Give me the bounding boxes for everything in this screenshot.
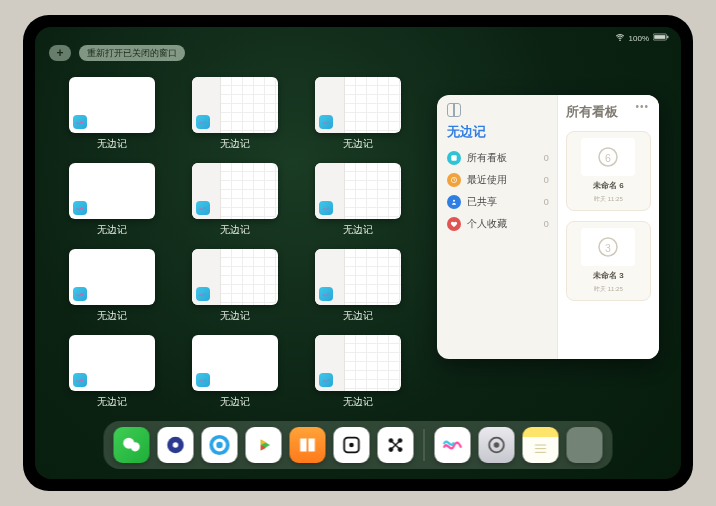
window-tile-label: 无边记 bbox=[97, 309, 127, 323]
window-tile[interactable]: 无边记 bbox=[65, 249, 158, 323]
window-tile-label: 无边记 bbox=[343, 137, 373, 151]
board-card[interactable]: 6未命名 6昨天 11:25 bbox=[566, 131, 651, 211]
window-tile[interactable]: 无边记 bbox=[188, 249, 281, 323]
dock-wechat-icon[interactable] bbox=[114, 427, 150, 463]
svg-rect-1 bbox=[654, 35, 665, 39]
dock-browser2-icon[interactable] bbox=[202, 427, 238, 463]
window-tile[interactable]: 无边记 bbox=[188, 335, 281, 409]
svg-point-15 bbox=[216, 442, 222, 448]
window-tile-label: 无边记 bbox=[97, 395, 127, 409]
freeform-app-icon bbox=[196, 287, 210, 301]
dock-graph-icon[interactable] bbox=[378, 427, 414, 463]
svg-point-20 bbox=[349, 443, 354, 448]
svg-rect-3 bbox=[451, 155, 456, 160]
dock-books-icon[interactable] bbox=[290, 427, 326, 463]
board-name: 未命名 6 bbox=[593, 180, 624, 191]
window-tile[interactable]: 无边记 bbox=[312, 77, 405, 151]
window-thumb bbox=[69, 77, 155, 133]
nav-item-icon bbox=[447, 195, 461, 209]
window-thumb bbox=[192, 163, 278, 219]
board-thumb: 6 bbox=[581, 138, 635, 176]
panel-sidebar: 无边记 所有看板0最近使用0已共享0个人收藏0 bbox=[437, 95, 557, 359]
nav-item-label: 已共享 bbox=[467, 195, 497, 209]
window-tile[interactable]: 无边记 bbox=[188, 77, 281, 151]
board-card[interactable]: 3未命名 3昨天 11:25 bbox=[566, 221, 651, 301]
panel-nav-item[interactable]: 已共享0 bbox=[447, 195, 549, 209]
svg-point-11 bbox=[131, 442, 140, 451]
nav-item-count: 0 bbox=[544, 175, 549, 185]
sidebar-toggle-icon[interactable] bbox=[447, 103, 461, 117]
window-tile[interactable]: 无边记 bbox=[188, 163, 281, 237]
window-tile-label: 无边记 bbox=[343, 223, 373, 237]
window-thumb bbox=[192, 249, 278, 305]
window-thumb bbox=[315, 77, 401, 133]
panel-menu-icon[interactable]: ••• bbox=[635, 101, 649, 112]
dock-dice-icon[interactable] bbox=[334, 427, 370, 463]
reopen-closed-window-button[interactable]: 重新打开已关闭的窗口 bbox=[79, 45, 185, 61]
panel-nav-item[interactable]: 最近使用0 bbox=[447, 173, 549, 187]
freeform-app-icon bbox=[73, 287, 87, 301]
board-subtitle: 昨天 11:25 bbox=[594, 195, 623, 204]
window-tile-label: 无边记 bbox=[343, 395, 373, 409]
svg-text:3: 3 bbox=[606, 242, 612, 254]
ipad-device-frame: 100% + 重新打开已关闭的窗口 无边记无边记无边记无边记无边记无边记无边记无… bbox=[23, 15, 693, 491]
window-tile[interactable]: 无边记 bbox=[65, 335, 158, 409]
freeform-app-icon bbox=[319, 201, 333, 215]
svg-text:6: 6 bbox=[606, 152, 612, 164]
window-tile-label: 无边记 bbox=[97, 137, 127, 151]
wifi-icon bbox=[615, 32, 625, 44]
window-tile-label: 无边记 bbox=[97, 223, 127, 237]
nav-item-icon bbox=[447, 151, 461, 165]
window-tile-label: 无边记 bbox=[343, 309, 373, 323]
ipad-screen: 100% + 重新打开已关闭的窗口 无边记无边记无边记无边记无边记无边记无边记无… bbox=[35, 27, 681, 479]
freeform-app-icon bbox=[319, 115, 333, 129]
window-thumb bbox=[315, 335, 401, 391]
svg-rect-2 bbox=[667, 36, 668, 38]
nav-item-count: 0 bbox=[544, 197, 549, 207]
freeform-app-icon bbox=[73, 373, 87, 387]
freeform-app-icon bbox=[73, 115, 87, 129]
dock-recent-group bbox=[435, 427, 603, 463]
nav-item-icon bbox=[447, 173, 461, 187]
dock-folder-icon[interactable] bbox=[567, 427, 603, 463]
freeform-app-icon bbox=[196, 201, 210, 215]
dock-settings-icon[interactable] bbox=[479, 427, 515, 463]
freeform-app-icon bbox=[319, 373, 333, 387]
window-tile-label: 无边记 bbox=[220, 137, 250, 151]
dock bbox=[104, 421, 613, 469]
window-tile[interactable]: 无边记 bbox=[312, 249, 405, 323]
status-bar: 100% bbox=[35, 31, 681, 45]
window-thumb bbox=[69, 163, 155, 219]
dock-freeform-icon[interactable] bbox=[435, 427, 471, 463]
dock-main-group bbox=[114, 427, 414, 463]
window-tile[interactable]: 无边记 bbox=[65, 163, 158, 237]
window-thumb bbox=[69, 249, 155, 305]
svg-point-26 bbox=[494, 442, 500, 448]
freeform-app-icon bbox=[73, 201, 87, 215]
freeform-app-icon bbox=[319, 287, 333, 301]
svg-point-13 bbox=[173, 442, 179, 448]
window-thumb bbox=[192, 335, 278, 391]
freeform-app-icon bbox=[196, 115, 210, 129]
board-name: 未命名 3 bbox=[593, 270, 624, 281]
freeform-app-icon bbox=[196, 373, 210, 387]
board-subtitle: 昨天 11:25 bbox=[594, 285, 623, 294]
window-tile[interactable]: 无边记 bbox=[65, 77, 158, 151]
window-tile[interactable]: 无边记 bbox=[312, 163, 405, 237]
panel-nav-item[interactable]: 个人收藏0 bbox=[447, 217, 549, 231]
dock-browser1-icon[interactable] bbox=[158, 427, 194, 463]
svg-point-5 bbox=[453, 200, 455, 202]
window-tile[interactable]: 无边记 bbox=[312, 335, 405, 409]
nav-item-label: 个人收藏 bbox=[467, 217, 507, 231]
dock-notes-icon[interactable] bbox=[523, 427, 559, 463]
panel-app-title: 无边记 bbox=[447, 123, 549, 141]
panel-nav-list: 所有看板0最近使用0已共享0个人收藏0 bbox=[447, 151, 549, 231]
freeform-panel[interactable]: ••• 无边记 所有看板0最近使用0已共享0个人收藏0 所有看板 6未命名 6昨… bbox=[437, 95, 659, 359]
dock-play-icon[interactable] bbox=[246, 427, 282, 463]
nav-item-count: 0 bbox=[544, 219, 549, 229]
panel-content: 所有看板 6未命名 6昨天 11:253未命名 3昨天 11:25 bbox=[557, 95, 659, 359]
window-thumb bbox=[315, 249, 401, 305]
new-window-button[interactable]: + bbox=[49, 45, 71, 61]
panel-nav-item[interactable]: 所有看板0 bbox=[447, 151, 549, 165]
battery-icon bbox=[653, 33, 669, 43]
